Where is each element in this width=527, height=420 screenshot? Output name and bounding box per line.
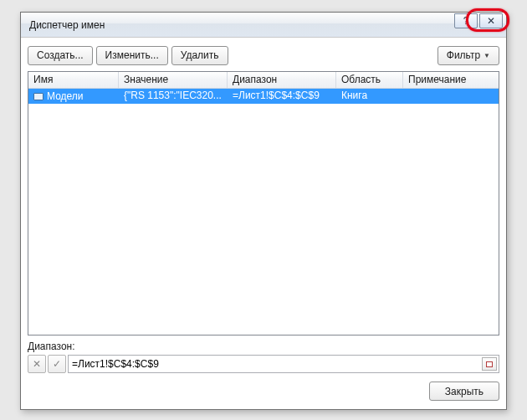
- col-value[interactable]: Значение: [119, 72, 228, 88]
- cancel-edit-button[interactable]: ✕: [28, 355, 46, 373]
- col-scope[interactable]: Область: [336, 72, 403, 88]
- name-icon: [33, 93, 43, 100]
- cell-scope: Книга: [336, 89, 403, 104]
- accept-edit-button[interactable]: ✓: [48, 355, 66, 373]
- cell-name: Модели: [47, 90, 84, 102]
- refers-to-label: Диапазон:: [28, 341, 499, 352]
- close-icon: ✕: [487, 15, 495, 27]
- list-body: Модели {"RS 1153":"IEC320... =Лист1!$C$4…: [28, 89, 499, 335]
- close-window-button[interactable]: ✕: [479, 13, 503, 28]
- col-comment[interactable]: Примечание: [403, 72, 499, 88]
- create-button[interactable]: Создать...: [28, 46, 93, 65]
- filter-label: Фильтр: [447, 49, 480, 61]
- toolbar: Создать... Изменить... Удалить Фильтр ▼: [21, 38, 506, 68]
- help-button[interactable]: ?: [454, 13, 478, 28]
- names-list: Имя Значение Диапазон Область Примечание…: [28, 71, 499, 335]
- refers-to-value: =Лист1!$C$4:$C$9: [72, 358, 159, 370]
- close-button[interactable]: Закрыть: [429, 382, 499, 401]
- name-manager-dialog: Диспетчер имен ? ✕ Создать... Изменить..…: [20, 12, 507, 410]
- dialog-footer: Закрыть: [21, 373, 506, 409]
- chevron-down-icon: ▼: [484, 52, 490, 59]
- titlebar[interactable]: Диспетчер имен ? ✕: [21, 13, 506, 38]
- range-collapse-icon: [486, 361, 493, 367]
- refers-to-input[interactable]: =Лист1!$C$4:$C$9: [68, 355, 499, 373]
- help-icon: ?: [463, 15, 469, 27]
- window-title: Диспетчер имен: [29, 19, 105, 31]
- table-row[interactable]: Модели {"RS 1153":"IEC320... =Лист1!$C$4…: [28, 89, 499, 104]
- x-icon: ✕: [33, 358, 41, 370]
- check-icon: ✓: [53, 358, 61, 370]
- col-name[interactable]: Имя: [28, 72, 119, 88]
- delete-button[interactable]: Удалить: [171, 46, 228, 65]
- column-headers: Имя Значение Диапазон Область Примечание: [28, 72, 499, 89]
- cell-comment: [403, 89, 499, 104]
- cell-range: =Лист1!$C$4:$C$9: [228, 89, 336, 104]
- refers-to-section: Диапазон: ✕ ✓ =Лист1!$C$4:$C$9: [28, 341, 499, 373]
- cell-value: {"RS 1153":"IEC320...: [119, 89, 228, 104]
- filter-button[interactable]: Фильтр ▼: [437, 46, 499, 65]
- range-collapse-button[interactable]: [482, 357, 497, 371]
- edit-button[interactable]: Изменить...: [96, 46, 168, 65]
- col-range[interactable]: Диапазон: [228, 72, 336, 88]
